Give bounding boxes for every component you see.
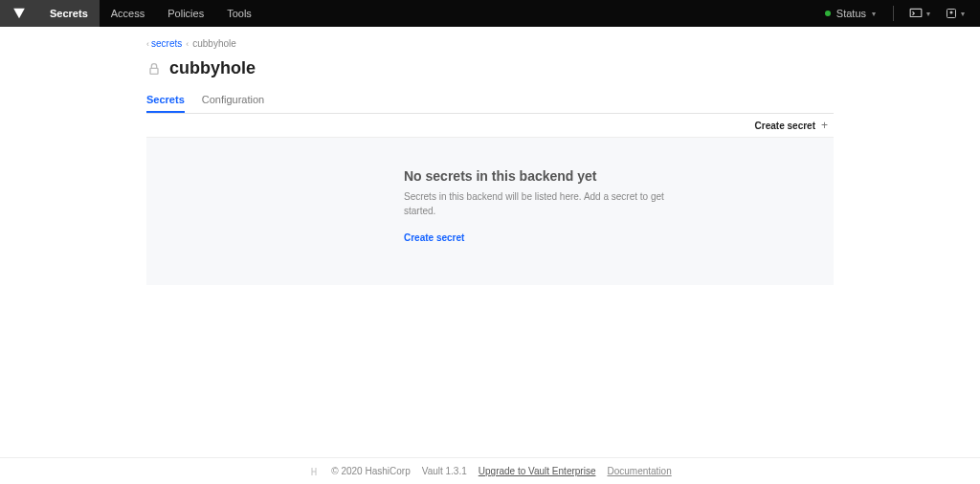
nav-separator — [893, 6, 894, 21]
nav-policies[interactable]: Policies — [156, 0, 215, 27]
vault-logo-icon — [12, 7, 26, 20]
nav-secrets[interactable]: Secrets — [38, 0, 100, 27]
page-title-row: cubbyhole — [146, 58, 834, 78]
console-dropdown[interactable]: ▾ — [902, 8, 938, 19]
empty-state-inner: No secrets in this backend yet Secrets i… — [404, 168, 691, 245]
breadcrumb-parent-link[interactable]: ‹ secrets — [146, 38, 182, 49]
plus-icon: + — [821, 120, 828, 131]
tab-configuration[interactable]: Configuration — [202, 88, 264, 113]
hashicorp-icon — [308, 466, 320, 477]
nav-right: Status ▾ ▾ ▾ — [815, 0, 980, 27]
footer-copyright: © 2020 HashiCorp — [331, 466, 410, 476]
chevron-down-icon: ▾ — [961, 10, 965, 18]
status-dropdown[interactable]: Status ▾ — [815, 8, 885, 19]
footer: © 2020 HashiCorp Vault 1.3.1 Upgrade to … — [0, 457, 980, 484]
status-label: Status — [836, 8, 866, 19]
footer-upgrade-link[interactable]: Upgrade to Vault Enterprise — [479, 466, 596, 476]
status-dot-icon — [825, 11, 831, 16]
chevron-down-icon: ▾ — [872, 10, 876, 18]
page: ‹ secrets ‹ cubbyhole cubbyhole Secrets … — [146, 27, 834, 285]
chevron-left-icon: ‹ — [186, 39, 189, 49]
svg-point-2 — [950, 11, 953, 14]
breadcrumb-parent-label: secrets — [151, 38, 182, 49]
tabs: Secrets Configuration — [146, 88, 834, 114]
empty-state-body: Secrets in this backend will be listed h… — [404, 189, 691, 218]
empty-state-title: No secrets in this backend yet — [404, 168, 691, 184]
content-wrapper: ‹ secrets ‹ cubbyhole cubbyhole Secrets … — [0, 27, 980, 457]
panel-header: Create secret + — [146, 114, 834, 137]
create-secret-label: Create secret — [755, 121, 815, 131]
nav-tools[interactable]: Tools — [215, 0, 263, 27]
console-icon — [909, 8, 923, 19]
breadcrumb-current: cubbyhole — [192, 38, 236, 49]
svg-rect-3 — [150, 68, 158, 74]
vault-logo[interactable] — [0, 0, 38, 27]
top-navbar: Secrets Access Policies Tools Status ▾ ▾… — [0, 0, 980, 27]
svg-rect-0 — [910, 9, 922, 16]
user-dropdown[interactable]: ▾ — [938, 8, 972, 19]
page-title: cubbyhole — [169, 58, 256, 78]
chevron-down-icon: ▾ — [926, 10, 930, 18]
breadcrumb: ‹ secrets ‹ cubbyhole — [146, 38, 834, 49]
footer-version: Vault 1.3.1 — [422, 466, 467, 476]
lock-icon — [146, 61, 162, 77]
user-icon — [946, 8, 957, 19]
footer-docs-link[interactable]: Documentation — [607, 466, 671, 476]
tab-secrets[interactable]: Secrets — [146, 88, 185, 113]
nav-items: Secrets Access Policies Tools — [38, 0, 263, 27]
nav-access[interactable]: Access — [100, 0, 156, 27]
create-secret-button[interactable]: Create secret + — [755, 120, 828, 131]
empty-state-create-link[interactable]: Create secret — [404, 232, 464, 243]
chevron-left-icon: ‹ — [146, 39, 149, 49]
empty-state: No secrets in this backend yet Secrets i… — [146, 137, 834, 285]
